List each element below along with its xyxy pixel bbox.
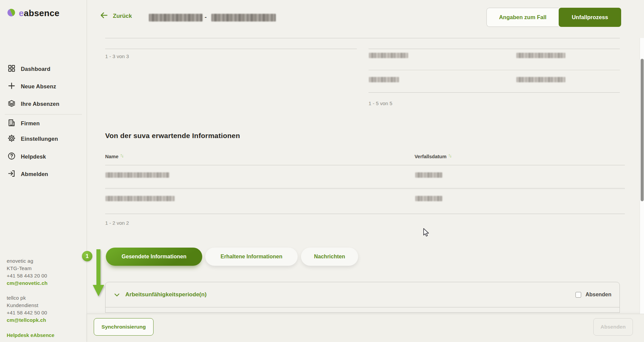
building-icon <box>7 119 16 128</box>
suva-row-separator <box>105 188 625 189</box>
case-title-redacted-number <box>211 14 276 22</box>
sort-icon[interactable]: ↑↓ <box>448 153 451 158</box>
sidebar-item-neue-absenz[interactable]: Neue Absenz <box>7 81 56 91</box>
sidebar-item-label: Abmelden <box>21 171 48 177</box>
green-arrow-down-icon <box>91 249 107 298</box>
layers-icon <box>7 99 16 109</box>
right-table-bottom-border <box>369 92 620 93</box>
sidebar-item-label: Einstellungen <box>21 136 58 142</box>
sidebar-divider <box>5 114 82 115</box>
tab-nachrichten[interactable]: Nachrichten <box>301 248 358 266</box>
sidebar-item-helpdesk[interactable]: Helpdesk <box>7 152 46 162</box>
sort-icon[interactable]: ↑↓ <box>120 153 123 158</box>
suva-pagination: 1 - 2 von 2 <box>105 220 129 226</box>
sidebar-item-label: Ihre Absenzen <box>21 101 59 107</box>
suva-row-redacted-name <box>105 172 169 178</box>
logout-icon <box>7 169 16 179</box>
synchronisierung-button[interactable]: Synchronisierung <box>94 318 154 336</box>
contact-phone: +41 58 443 20 00 <box>7 272 48 280</box>
accordion-next-row <box>105 307 619 313</box>
arrow-left-icon <box>99 11 109 21</box>
left-table-pagination: 1 - 3 von 3 <box>105 53 129 59</box>
sidebar-item-label: Firmen <box>21 120 40 127</box>
suva-row-redacted-date <box>415 196 442 201</box>
column-header-label: Name <box>105 154 119 159</box>
tab-angaben-zum-fall[interactable]: Angaben zum Fall <box>486 8 559 27</box>
back-button[interactable]: Zurück <box>99 11 132 21</box>
suva-table-header-border <box>105 165 625 165</box>
tab-erhaltene-informationen[interactable]: Erhaltene Informationen <box>205 248 298 266</box>
left-table-bottom-border <box>105 49 357 49</box>
accordion-header[interactable]: Arbeitsunfähigkeitsperiode(n) Absenden <box>105 282 619 307</box>
back-label: Zurück <box>113 13 132 19</box>
contact-block-tellco: tellco pk Kundendienst +41 58 442 50 00 … <box>7 294 47 324</box>
contact-phone: +41 58 442 50 00 <box>7 309 47 316</box>
sidebar-item-abmelden[interactable]: Abmelden <box>7 169 48 179</box>
sidebar-item-ihre-absenzen[interactable]: Ihre Absenzen <box>7 99 59 109</box>
app-title: eabsence <box>19 8 59 18</box>
bottom-action-bar: Synchronisierung Absenden <box>87 314 644 342</box>
right-table-row-separator <box>369 70 620 70</box>
right-table-row-redacted-timestamp <box>516 53 565 58</box>
sidebar-item-label: Helpdesk <box>21 154 46 160</box>
tab-gesendete-informationen[interactable]: Gesendete Informationen <box>106 248 202 266</box>
step-1-badge: 1 <box>82 251 92 261</box>
sidebar-item-dashboard[interactable]: Dashboard <box>7 64 50 74</box>
contact-block-enovetic: enovetic ag KTG-Team +41 58 443 20 00 cm… <box>7 257 48 287</box>
contact-team: Kundendienst <box>7 302 47 309</box>
absenden-checkbox[interactable] <box>575 292 581 298</box>
right-table-border <box>369 49 620 49</box>
absenden-button-disabled[interactable]: Absenden <box>593 318 633 336</box>
suva-row-redacted-name <box>105 196 175 201</box>
chevron-down-icon[interactable] <box>114 292 120 300</box>
question-circle-icon <box>7 152 16 162</box>
helpdesk-eabsence-link[interactable]: Helpdesk eAbsence <box>7 332 54 338</box>
suva-row-redacted-date <box>415 172 442 178</box>
sidebar-item-label: Dashboard <box>21 66 50 72</box>
accordion-arbeitsunfaehigkeitsperioden: Arbeitsunfähigkeitsperiode(n) Absenden <box>105 282 620 313</box>
content-divider <box>105 38 620 38</box>
plus-icon <box>7 82 16 91</box>
contact-email-link[interactable]: cm@tellcopk.ch <box>7 316 47 324</box>
contact-email-link[interactable]: cm@enovetic.ch <box>7 280 48 287</box>
case-title-dash: - <box>205 13 207 21</box>
absenden-checkbox-label: Absenden <box>586 292 611 298</box>
eabsence-logo-icon <box>7 8 16 18</box>
tab-unfallprozess[interactable]: Unfallprozess <box>559 8 621 27</box>
right-table-row-redacted-timestamp <box>516 77 565 82</box>
sidebar-item-firmen[interactable]: Firmen <box>7 118 40 128</box>
app-logo[interactable]: eabsence <box>7 8 59 18</box>
contact-company: enovetic ag <box>7 257 48 265</box>
right-table-row-redacted-name <box>369 77 399 82</box>
sidebar-item-einstellungen[interactable]: Einstellungen <box>7 134 58 144</box>
right-table-row-redacted-name <box>369 53 408 58</box>
column-header-verfallsdatum[interactable]: Verfallsdatum ↑↓ <box>415 154 451 159</box>
section-title-suva: Von der suva erwartende Informationen <box>105 132 240 140</box>
sidebar-item-label: Neue Absenz <box>21 83 56 90</box>
mouse-cursor-icon <box>423 228 431 237</box>
gear-icon <box>7 134 16 144</box>
column-header-label: Verfallsdatum <box>415 154 446 159</box>
scrollbar-thumb[interactable] <box>641 59 644 201</box>
contact-company: tellco pk <box>7 294 47 302</box>
right-table-pagination: 1 - 5 von 5 <box>369 100 392 106</box>
scrollbar-track[interactable] <box>640 38 644 314</box>
dashboard-grid-icon <box>7 64 16 74</box>
case-title-redacted-name <box>149 14 203 22</box>
case-view-switch: Angaben zum Fall Unfallprozess <box>486 8 621 27</box>
accordion-title: Arbeitsunfähigkeitsperiode(n) <box>125 291 207 298</box>
contact-team: KTG-Team <box>7 265 48 272</box>
sidebar: eabsence Dashboard Neue Absenz Ihre Abse… <box>0 0 87 342</box>
suva-table-bottom-border <box>105 214 625 214</box>
column-header-name[interactable]: Name ↑↓ <box>105 154 123 159</box>
